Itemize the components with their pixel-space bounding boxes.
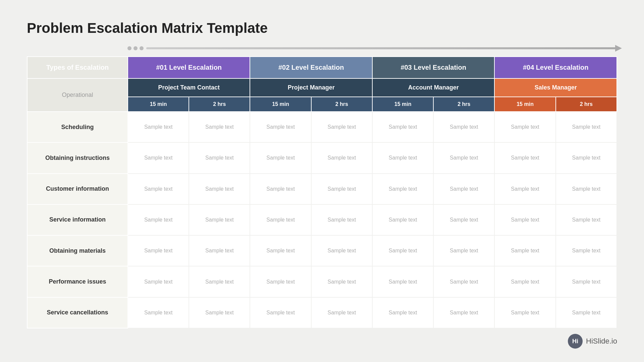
- sample-cell-6-1: Sample text: [189, 297, 250, 328]
- sample-cell-3-2: Sample text: [250, 204, 311, 235]
- sample-cell-4-3: Sample text: [311, 235, 372, 266]
- sample-cell-0-5: Sample text: [433, 112, 494, 142]
- sample-cell-6-2: Sample text: [250, 297, 311, 328]
- sample-cell-3-5: Sample text: [433, 204, 494, 235]
- sample-cell-1-1: Sample text: [189, 142, 250, 173]
- sample-cell-5-1: Sample text: [189, 266, 250, 297]
- sample-cell-5-5: Sample text: [433, 266, 494, 297]
- sample-cell-1-0: Sample text: [128, 142, 189, 173]
- sample-cell-6-6: Sample text: [494, 297, 555, 328]
- table-row: Service informationSample textSample tex…: [27, 204, 617, 235]
- brand-name: HiSlide.io: [586, 337, 617, 346]
- row-label-4: Obtaining materials: [27, 235, 128, 266]
- level4-time2: 2 hrs: [556, 97, 617, 112]
- row-label-5: Performance issues: [27, 266, 128, 297]
- sample-cell-4-1: Sample text: [189, 235, 250, 266]
- sample-cell-5-3: Sample text: [311, 266, 372, 297]
- table-row: Service cancellationsSample textSample t…: [27, 297, 617, 328]
- dot3: [140, 46, 144, 50]
- dot1: [127, 46, 131, 50]
- sample-cell-3-0: Sample text: [128, 204, 189, 235]
- arrow-line: [146, 47, 617, 49]
- sample-cell-3-6: Sample text: [494, 204, 555, 235]
- table-row: SchedulingSample textSample textSample t…: [27, 112, 617, 142]
- sample-cell-6-3: Sample text: [311, 297, 372, 328]
- level4-header: #04 Level Escalation: [494, 57, 617, 78]
- sample-cell-2-7: Sample text: [556, 174, 617, 204]
- sample-cell-6-4: Sample text: [372, 297, 433, 328]
- row-label-2: Customer information: [27, 174, 128, 204]
- sample-cell-1-7: Sample text: [556, 142, 617, 173]
- sample-cell-1-4: Sample text: [372, 142, 433, 173]
- row-label-1: Obtaining instructions: [27, 142, 128, 173]
- sample-cell-2-0: Sample text: [128, 174, 189, 204]
- table-row: Customer informationSample textSample te…: [27, 174, 617, 204]
- sample-cell-1-6: Sample text: [494, 142, 555, 173]
- row-label-3: Service information: [27, 204, 128, 235]
- sample-cell-0-7: Sample text: [556, 112, 617, 142]
- sample-cell-2-4: Sample text: [372, 174, 433, 204]
- sample-cell-2-1: Sample text: [189, 174, 250, 204]
- row-label-6: Service cancellations: [27, 297, 128, 328]
- page-title: Problem Escalation Matrix Template: [27, 20, 617, 36]
- sample-cell-6-7: Sample text: [556, 297, 617, 328]
- sample-cell-5-0: Sample text: [128, 266, 189, 297]
- table-row: Obtaining instructionsSample textSample …: [27, 142, 617, 173]
- table-row: Performance issuesSample textSample text…: [27, 266, 617, 297]
- level4-time1: 15 min: [494, 97, 555, 112]
- level2-contact: Project Manager: [250, 78, 372, 97]
- sample-cell-3-4: Sample text: [372, 204, 433, 235]
- sample-cell-3-3: Sample text: [311, 204, 372, 235]
- sample-cell-1-3: Sample text: [311, 142, 372, 173]
- sample-cell-0-4: Sample text: [372, 112, 433, 142]
- escalation-matrix-table: Types of Escalation #01 Level Escalation…: [27, 56, 617, 328]
- level2-time2: 2 hrs: [311, 97, 372, 112]
- progress-arrow: [27, 46, 617, 50]
- sample-cell-3-7: Sample text: [556, 204, 617, 235]
- row-label-0: Scheduling: [27, 112, 128, 142]
- sample-cell-6-0: Sample text: [128, 297, 189, 328]
- sample-cell-3-1: Sample text: [189, 204, 250, 235]
- level1-header: #01 Level Escalation: [128, 57, 250, 78]
- sample-cell-4-2: Sample text: [250, 235, 311, 266]
- sample-cell-2-3: Sample text: [311, 174, 372, 204]
- level4-contact: Sales Manager: [494, 78, 617, 97]
- sample-cell-4-5: Sample text: [433, 235, 494, 266]
- level2-time1: 15 min: [250, 97, 311, 112]
- sample-cell-4-6: Sample text: [494, 235, 555, 266]
- level3-header: #03 Level Escalation: [372, 57, 494, 78]
- sample-cell-2-5: Sample text: [433, 174, 494, 204]
- level3-time2: 2 hrs: [433, 97, 494, 112]
- sample-cell-0-3: Sample text: [311, 112, 372, 142]
- sample-cell-4-7: Sample text: [556, 235, 617, 266]
- operational-cell: Operational: [27, 78, 128, 112]
- level1-time1: 15 min: [128, 97, 189, 112]
- level3-contact: Account Manager: [372, 78, 494, 97]
- sample-cell-1-5: Sample text: [433, 142, 494, 173]
- sample-cell-0-1: Sample text: [189, 112, 250, 142]
- sample-cell-4-0: Sample text: [128, 235, 189, 266]
- dot2: [133, 46, 138, 50]
- table-row: Obtaining materialsSample textSample tex…: [27, 235, 617, 266]
- sample-cell-0-6: Sample text: [494, 112, 555, 142]
- sample-cell-1-2: Sample text: [250, 142, 311, 173]
- sample-cell-5-4: Sample text: [372, 266, 433, 297]
- sample-cell-6-5: Sample text: [433, 297, 494, 328]
- sample-cell-0-0: Sample text: [128, 112, 189, 142]
- types-header: Types of Escalation: [27, 57, 128, 78]
- level1-contact: Project Team Contact: [128, 78, 250, 97]
- sample-cell-4-4: Sample text: [372, 235, 433, 266]
- sample-cell-2-6: Sample text: [494, 174, 555, 204]
- sample-cell-5-2: Sample text: [250, 266, 311, 297]
- level1-time2: 2 hrs: [189, 97, 250, 112]
- sample-cell-5-6: Sample text: [494, 266, 555, 297]
- footer: Hi HiSlide.io: [27, 334, 617, 349]
- level3-time1: 15 min: [372, 97, 433, 112]
- sample-cell-0-2: Sample text: [250, 112, 311, 142]
- sample-cell-2-2: Sample text: [250, 174, 311, 204]
- sample-cell-5-7: Sample text: [556, 266, 617, 297]
- brand-badge: Hi: [568, 334, 583, 349]
- level2-header: #02 Level Escalation: [250, 57, 372, 78]
